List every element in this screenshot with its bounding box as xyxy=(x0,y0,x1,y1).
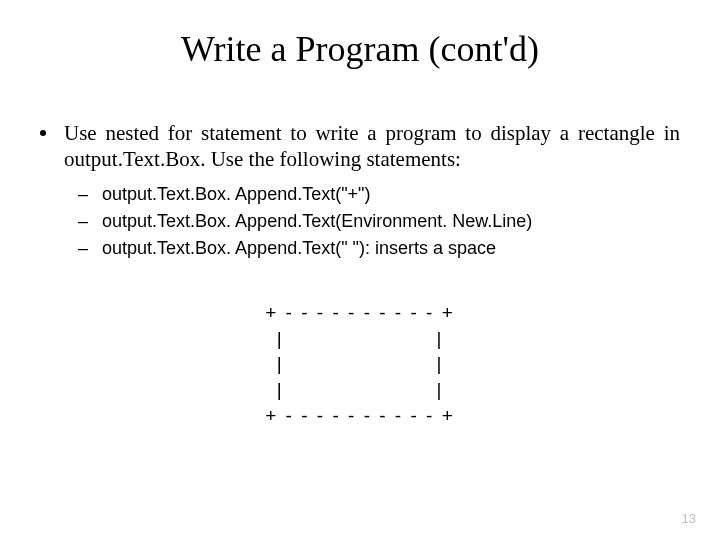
slide-body: Use nested for statement to write a prog… xyxy=(40,120,680,262)
bullet-text: Use nested for statement to write a prog… xyxy=(64,120,680,173)
bullet-level-2: – output.Text.Box. Append.Text("+") xyxy=(78,181,680,208)
sub-bullet-text: output.Text.Box. Append.Text(" "): inser… xyxy=(102,235,496,262)
bullet-dash-icon: – xyxy=(78,181,88,208)
ascii-rectangle: + - - - - - - - - - - + | | | | | | + - … xyxy=(0,300,720,428)
bullet-dash-icon: – xyxy=(78,235,88,262)
slide: Write a Program (cont'd) Use nested for … xyxy=(0,0,720,540)
bullet-dot-icon xyxy=(40,130,46,136)
bullet-dash-icon: – xyxy=(78,208,88,235)
slide-title: Write a Program (cont'd) xyxy=(0,28,720,70)
bullet-level-1: Use nested for statement to write a prog… xyxy=(40,120,680,173)
sub-bullet-text: output.Text.Box. Append.Text("+") xyxy=(102,181,370,208)
bullet-level-2: – output.Text.Box. Append.Text(Environme… xyxy=(78,208,680,235)
sub-bullet-list: – output.Text.Box. Append.Text("+") – ou… xyxy=(78,181,680,262)
page-number: 13 xyxy=(682,511,696,526)
sub-bullet-text: output.Text.Box. Append.Text(Environment… xyxy=(102,208,532,235)
bullet-level-2: – output.Text.Box. Append.Text(" "): ins… xyxy=(78,235,680,262)
